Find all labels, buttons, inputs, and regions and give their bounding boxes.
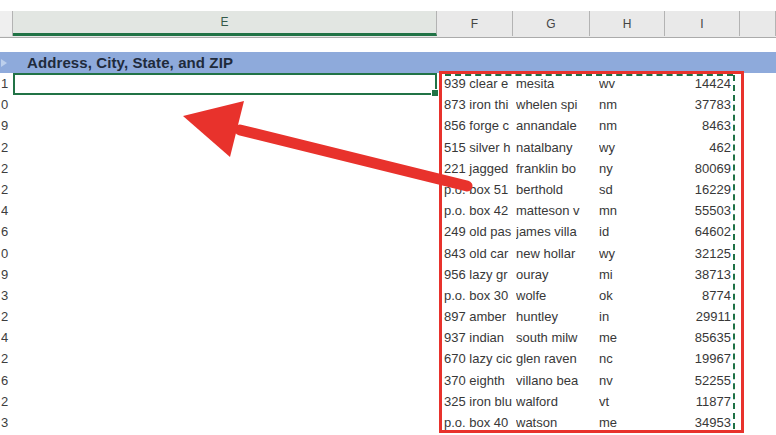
- address-cell[interactable]: 897 amber: [444, 306, 514, 327]
- city-cell[interactable]: james villa: [516, 221, 596, 242]
- row-number-partial: 2: [1, 137, 12, 158]
- row-number-partial: 1: [1, 73, 12, 94]
- zip-cell[interactable]: 37783: [660, 94, 731, 115]
- zip-cell[interactable]: 19967: [660, 348, 731, 369]
- city-cell[interactable]: mesita: [516, 73, 596, 94]
- cropped-cell-triangle-icon: [1, 59, 7, 67]
- address-cell[interactable]: 325 iron blu: [444, 391, 514, 412]
- state-cell[interactable]: vt: [599, 391, 659, 412]
- row-number-partial: 9: [1, 264, 12, 285]
- fill-handle[interactable]: [431, 89, 439, 97]
- banner-title: Address, City, State, and ZIP: [27, 52, 233, 73]
- table-row: 2 670 lazy cic glen raven nc 19967: [0, 348, 776, 369]
- zip-cell[interactable]: 16229: [660, 179, 731, 200]
- merged-header-cell[interactable]: Address, City, State, and ZIP: [0, 52, 776, 73]
- zip-cell[interactable]: 8774: [660, 285, 731, 306]
- table-row: 4 937 indian south milw me 85635: [0, 327, 776, 348]
- state-cell[interactable]: ok: [599, 285, 659, 306]
- row-number-partial: 0: [1, 94, 12, 115]
- city-cell[interactable]: watson: [516, 412, 596, 433]
- state-cell[interactable]: mn: [599, 200, 659, 221]
- zip-cell[interactable]: 32125: [660, 242, 731, 263]
- state-cell[interactable]: ny: [599, 158, 659, 179]
- table-row: 4 p.o. box 42 matteson v mn 55503: [0, 200, 776, 221]
- address-cell[interactable]: 221 jagged: [444, 158, 514, 179]
- zip-cell[interactable]: 14424: [660, 73, 731, 94]
- zip-cell[interactable]: 11877: [660, 391, 731, 412]
- zip-cell[interactable]: 85635: [660, 327, 731, 348]
- state-cell[interactable]: nc: [599, 348, 659, 369]
- zip-cell[interactable]: 64602: [660, 221, 731, 242]
- zip-cell[interactable]: 38713: [660, 264, 731, 285]
- state-cell[interactable]: me: [599, 327, 659, 348]
- city-cell[interactable]: berthold: [516, 179, 596, 200]
- city-cell[interactable]: villano bea: [516, 370, 596, 391]
- column-header-G[interactable]: G: [513, 11, 590, 36]
- table-row: 2 515 silver h natalbany wy 462: [0, 137, 776, 158]
- city-cell[interactable]: glen raven: [516, 348, 596, 369]
- column-header-F[interactable]: F: [437, 11, 513, 36]
- state-cell[interactable]: in: [599, 306, 659, 327]
- table-row: 6 370 eighth villano bea nv 52255: [0, 370, 776, 391]
- address-cell[interactable]: p.o. box 51: [444, 179, 514, 200]
- state-cell[interactable]: nv: [599, 370, 659, 391]
- table-row: 0 873 iron thi whelen spi nm 37783: [0, 94, 776, 115]
- city-cell[interactable]: south milw: [516, 327, 596, 348]
- address-cell[interactable]: 370 eighth: [444, 370, 514, 391]
- address-cell[interactable]: 843 old car: [444, 242, 514, 263]
- address-cell[interactable]: 249 old pas: [444, 221, 514, 242]
- selected-cell-e[interactable]: [13, 73, 437, 95]
- column-header-E[interactable]: E: [13, 11, 437, 36]
- city-cell[interactable]: ouray: [516, 264, 596, 285]
- column-header-H[interactable]: H: [590, 11, 665, 36]
- state-cell[interactable]: id: [599, 221, 659, 242]
- state-cell[interactable]: nm: [599, 94, 659, 115]
- zip-cell[interactable]: 462: [660, 137, 731, 158]
- address-cell[interactable]: p.o. box 40: [444, 412, 514, 433]
- state-cell[interactable]: wv: [599, 73, 659, 94]
- address-cell[interactable]: 856 forge c: [444, 115, 514, 136]
- city-cell[interactable]: matteson v: [516, 200, 596, 221]
- table-row: 9 956 lazy gr ouray mi 38713: [0, 264, 776, 285]
- state-cell[interactable]: wy: [599, 242, 659, 263]
- city-cell[interactable]: natalbany: [516, 137, 596, 158]
- zip-cell[interactable]: 80069: [660, 158, 731, 179]
- address-cell[interactable]: 873 iron thi: [444, 94, 514, 115]
- table-row: 2 325 iron blu walford vt 11877: [0, 391, 776, 412]
- state-cell[interactable]: nm: [599, 115, 659, 136]
- city-cell[interactable]: whelen spi: [516, 94, 596, 115]
- address-cell[interactable]: 956 lazy gr: [444, 264, 514, 285]
- address-cell[interactable]: 939 clear e: [444, 73, 514, 94]
- column-header-partial[interactable]: [0, 11, 13, 36]
- column-header-partial[interactable]: [740, 11, 776, 36]
- row-number-partial: 3: [1, 412, 12, 433]
- city-cell[interactable]: walford: [516, 391, 596, 412]
- zip-cell[interactable]: 55503: [660, 200, 731, 221]
- state-cell[interactable]: sd: [599, 179, 659, 200]
- state-cell[interactable]: wy: [599, 137, 659, 158]
- city-cell[interactable]: wolfe: [516, 285, 596, 306]
- row-number-partial: 2: [1, 179, 12, 200]
- zip-cell[interactable]: 8463: [660, 115, 731, 136]
- state-cell[interactable]: mi: [599, 264, 659, 285]
- city-cell[interactable]: annandale: [516, 115, 596, 136]
- row-number-partial: 4: [1, 200, 12, 221]
- city-cell[interactable]: new hollar: [516, 242, 596, 263]
- zip-cell[interactable]: 29911: [660, 306, 731, 327]
- address-cell[interactable]: p.o. box 30: [444, 285, 514, 306]
- spreadsheet-screenshot: EFGHI Address, City, State, and ZIP 1 93…: [0, 0, 776, 435]
- address-cell[interactable]: p.o. box 42: [444, 200, 514, 221]
- column-header-I[interactable]: I: [665, 11, 740, 36]
- address-cell[interactable]: 937 indian: [444, 327, 514, 348]
- address-cell[interactable]: 670 lazy cic: [444, 348, 514, 369]
- table-row: 2 p.o. box 51 berthold sd 16229: [0, 179, 776, 200]
- zip-cell[interactable]: 52255: [660, 370, 731, 391]
- row-number-partial: 9: [1, 115, 12, 136]
- state-cell[interactable]: me: [599, 412, 659, 433]
- marching-ants-right-border: [733, 75, 735, 429]
- row-number-partial: 6: [1, 221, 12, 242]
- zip-cell[interactable]: 34953: [660, 412, 731, 433]
- city-cell[interactable]: franklin bo: [516, 158, 596, 179]
- address-cell[interactable]: 515 silver h: [444, 137, 514, 158]
- city-cell[interactable]: huntley: [516, 306, 596, 327]
